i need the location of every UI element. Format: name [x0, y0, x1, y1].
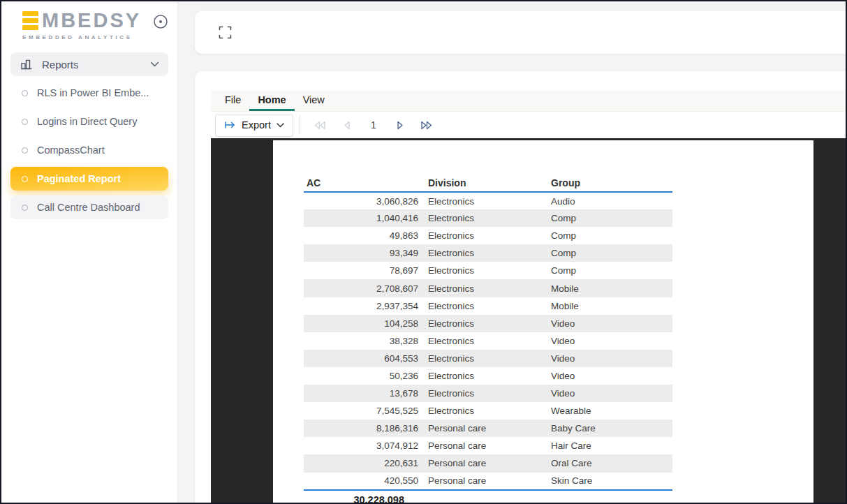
tab-file[interactable]: File	[216, 90, 249, 111]
first-page-icon	[314, 121, 326, 130]
logo-subtitle: EMBEDDED ANALYTICS	[22, 34, 169, 40]
circle-dot-icon	[153, 14, 168, 29]
table-row: 220,631Personal careOral Care	[304, 454, 672, 472]
main-content: File Home View Export	[178, 1, 846, 503]
sidebar-item-paginated-report[interactable]: Paginated Report	[10, 167, 168, 191]
export-arrow-icon	[224, 120, 236, 130]
table-row: 3,060,826ElectronicsAudio	[304, 192, 672, 209]
tab-view[interactable]: View	[295, 90, 333, 111]
report-page: AC Division Group 3,060,826ElectronicsAu…	[273, 140, 813, 503]
table-row: 8,186,316Personal careBaby Care	[304, 420, 672, 437]
table-row: 78,697ElectronicsComp	[304, 262, 672, 279]
table-row: 1,040,416ElectronicsComp	[304, 209, 672, 227]
sidebar-item-logins-direct-query[interactable]: Logins in Direct Query	[10, 110, 168, 133]
sidebar-item-call-centre-dashboard[interactable]: Call Centre Dashboard	[10, 195, 168, 219]
reports-list: RLS in Power BI Embe... Logins in Direct…	[1, 76, 177, 219]
chevron-down-icon	[150, 61, 159, 67]
table-total-row: 30,228,098	[304, 490, 672, 503]
sidebar-item-label: CompassChart	[37, 144, 105, 156]
circle-bullet-icon	[22, 176, 28, 182]
sidebar-item-rls-in-power-bi[interactable]: RLS in Power BI Embe...	[10, 81, 168, 105]
table-row: 38,328ElectronicsVideo	[304, 332, 672, 350]
table-row: 93,349ElectronicsComp	[304, 244, 672, 262]
last-page-button[interactable]	[413, 121, 440, 130]
first-page-button[interactable]	[307, 121, 334, 130]
page-navigation: 1	[307, 119, 440, 131]
table-row: 50,236ElectronicsVideo	[304, 367, 672, 385]
table-row: 604,553ElectronicsVideo	[304, 350, 672, 367]
logo-text: MBEDSY	[42, 10, 141, 31]
logo: MBEDSY	[22, 10, 169, 31]
sidebar-item-label: Call Centre Dashboard	[37, 202, 140, 213]
table-row: 49,863ElectronicsComp	[304, 227, 672, 244]
circle-bullet-icon	[22, 90, 28, 96]
toolbar-divider	[300, 116, 300, 134]
chevron-down-icon	[277, 123, 284, 128]
circle-bullet-icon	[22, 119, 28, 125]
table-row: 2,937,354ElectronicsMobile	[304, 297, 672, 315]
sidebar-toggle-button[interactable]	[152, 13, 169, 30]
table-row: 3,074,912Personal careHair Care	[304, 437, 672, 454]
report-card: File Home View Export	[195, 71, 846, 503]
sidebar-item-label: Logins in Direct Query	[37, 116, 137, 127]
bar-chart-icon	[20, 57, 34, 71]
sidebar-item-compasschart[interactable]: CompassChart	[10, 138, 168, 162]
next-page-button[interactable]	[387, 121, 413, 130]
app-window: MBEDSY EMBEDDED ANALYTICS	[0, 0, 847, 504]
table-header-row: AC Division Group	[304, 176, 672, 192]
table-row: 104,258ElectronicsVideo	[304, 315, 672, 332]
next-page-icon	[397, 121, 404, 130]
reports-header-label: Reports	[42, 59, 79, 71]
column-header-group: Group	[548, 176, 672, 192]
table-row: 2,708,607ElectronicsMobile	[304, 279, 672, 297]
reports-section-header[interactable]: Reports	[10, 52, 168, 76]
top-toolbar-card	[195, 11, 846, 54]
table-row: 7,545,525ElectronicsWearable	[304, 402, 672, 420]
total-value: 30,228,098	[304, 490, 425, 503]
fullscreen-button[interactable]	[219, 26, 232, 39]
report-canvas: AC Division Group 3,060,826ElectronicsAu…	[211, 138, 846, 503]
column-header-division: Division	[425, 176, 548, 192]
report-table: AC Division Group 3,060,826ElectronicsAu…	[304, 176, 672, 503]
sidebar: MBEDSY EMBEDDED ANALYTICS	[1, 1, 178, 503]
export-label: Export	[242, 119, 271, 131]
page-number-field[interactable]: 1	[360, 119, 387, 131]
logo-e-bars-icon	[22, 11, 38, 30]
fullscreen-icon	[219, 26, 232, 39]
previous-page-button[interactable]	[334, 121, 360, 130]
last-page-icon	[420, 121, 432, 130]
column-header-ac: AC	[304, 176, 425, 192]
sidebar-item-label: RLS in Power BI Embe...	[37, 87, 149, 98]
circle-bullet-icon	[22, 205, 28, 211]
logo-area: MBEDSY EMBEDDED ANALYTICS	[1, 1, 177, 40]
sidebar-item-label: Paginated Report	[37, 173, 121, 184]
ribbon-tabbar: File Home View	[211, 90, 846, 112]
circle-bullet-icon	[22, 147, 28, 154]
table-row: 420,550Personal careSkin Care	[304, 473, 672, 490]
export-button[interactable]: Export	[215, 114, 293, 137]
table-row: 13,678ElectronicsVideo	[304, 385, 672, 402]
paginated-report-viewer: File Home View Export	[211, 90, 846, 503]
ribbon-toolbar: Export	[211, 112, 846, 138]
previous-page-icon	[344, 121, 351, 130]
tab-home[interactable]: Home	[249, 90, 294, 111]
